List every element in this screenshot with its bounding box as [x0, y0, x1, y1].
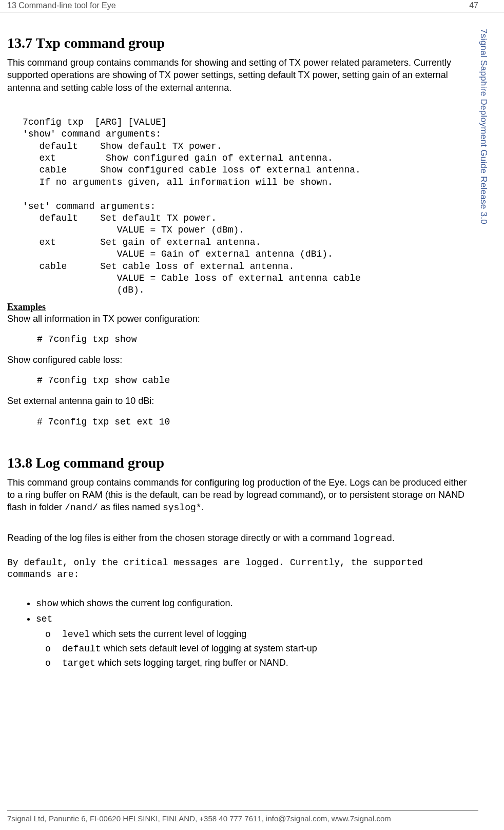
example-1-cmd: # 7config txp show: [37, 334, 472, 344]
side-label: 7signal Sapphire Deployment Guide Releas…: [478, 29, 489, 224]
set-sublist: level which sets the current level of lo…: [36, 627, 472, 670]
log-commands-list: show which shows the current log configu…: [7, 596, 472, 670]
page-header: 13 Command-line tool for Eye 47: [0, 0, 504, 12]
chapter-title: 13 Command-line tool for Eye: [7, 1, 116, 10]
logread-cmd: logread: [353, 533, 392, 544]
section-138-title: 13.8 Log command group: [7, 455, 472, 471]
page-footer: 7signal Ltd, Panuntie 6, FI-00620 HELSIN…: [7, 810, 478, 823]
folder-path: /nand/: [65, 503, 98, 513]
example-2-cmd: # 7config txp show cable: [37, 375, 472, 385]
examples-heading: Examples: [7, 302, 472, 313]
example-2-text: Show configured cable loss:: [7, 354, 472, 366]
section-137-intro: This command group contains commands for…: [7, 56, 472, 94]
txp-help-text: 7config txp [ARG] [VALUE] 'show' command…: [23, 117, 472, 297]
example-1-text: Show all information in TX power configu…: [7, 313, 472, 325]
main-content: 13.7 Txp command group This command grou…: [0, 12, 504, 670]
list-item-set: set level which sets the current level o…: [36, 612, 472, 670]
list-item-show: show which shows the current log configu…: [36, 596, 472, 611]
sub-item-default: default which sets default level of logg…: [60, 642, 472, 656]
section-138-intro: This command group contains commands for…: [7, 476, 472, 514]
example-3-text: Set external antenna gain to 10 dBi:: [7, 395, 472, 407]
default-logging-msg: By default, only the critical messages a…: [7, 557, 472, 581]
section-137-title: 13.7 Txp command group: [7, 35, 472, 51]
sub-item-level: level which sets the current level of lo…: [60, 627, 472, 642]
sub-item-target: target which sets logging target, ring b…: [60, 656, 472, 670]
syslog-files: syslog*: [163, 503, 202, 513]
example-3-cmd: # 7config txp set ext 10: [37, 417, 472, 427]
page-number: 47: [469, 1, 478, 10]
reading-log-text: Reading of the log files is either from …: [7, 532, 472, 545]
